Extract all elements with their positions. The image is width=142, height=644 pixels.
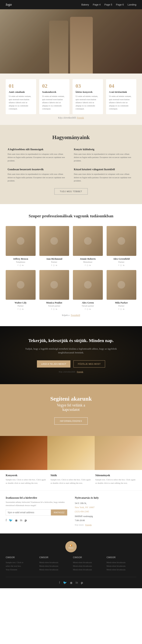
card-item: 01 Amit csinálunk Ut enim ad minim venia… (6, 79, 36, 114)
contact-section: Segíteni akarunk Vegye fel velünk a kapc… (0, 384, 142, 436)
team-member: Alex Green Társult partner f ◻ in (73, 270, 103, 310)
traditions-btn[interactable]: TUDJ MEG TÖBBET (54, 188, 88, 195)
social-icon-2[interactable]: ◻ (20, 308, 21, 310)
footer-col-item[interactable]: Menü-elem hivatkozás (73, 561, 103, 564)
pinterest-icon[interactable]: 𝗽 (25, 518, 27, 522)
cards-more-link[interactable]: Freepik (77, 116, 84, 119)
footer-col-item[interactable]: Menü-elem hivatkozás (39, 561, 69, 564)
tradition-item: Gondosan beszerzett összetevők Duis aute… (8, 168, 68, 182)
tradition-text: Duis aute irure dolor in reprehenderit i… (74, 152, 134, 162)
facebook-icon[interactable]: f (51, 264, 52, 266)
social-icon-2[interactable]: ◻ (87, 308, 88, 310)
social-icon-2[interactable]: ◻ (120, 308, 122, 310)
footer-col-title: Cimsor (107, 556, 136, 559)
team-member: Monica Pouliot Társult partner f ◻ in (39, 270, 69, 310)
logo[interactable]: logo (6, 3, 12, 6)
social-icon-2[interactable]: ◻ (87, 264, 88, 266)
linkedin-icon[interactable]: in (56, 308, 57, 310)
card-title: Ízletes kenyerek (76, 90, 100, 94)
team-photo (6, 270, 36, 300)
footer-col-item[interactable]: Menü-elem hivatkozás (107, 561, 136, 564)
footer-col-item[interactable]: Menü-elem hivatkozás (39, 568, 69, 572)
team-more-link[interactable]: Freepiktől (71, 314, 80, 316)
footer-col-item[interactable]: Menü-elem hivatkozás (73, 568, 103, 572)
nav-link[interactable]: Page 5 (104, 3, 112, 6)
linkedin-icon[interactable]: in (20, 518, 22, 522)
facebook-icon[interactable]: f (85, 264, 85, 266)
facebook-icon[interactable]: f (85, 308, 85, 310)
team-photo (6, 226, 36, 256)
footer-linkedin-icon[interactable]: in (76, 581, 78, 584)
footer-col-item[interactable]: Menü-elem hivatkozás (39, 564, 69, 568)
nav-link[interactable]: Bakery (81, 3, 89, 6)
card-number: 02 (42, 83, 67, 89)
traditions-title: Hagyományaink (8, 134, 134, 140)
nav-link[interactable]: Landing (128, 3, 136, 6)
order-now-btn[interactable]: FŐZÖLJE MEG MOST (73, 360, 105, 368)
dark-sub-link[interactable]: Freepik (77, 370, 83, 373)
social-icon-2[interactable]: ◻ (20, 264, 21, 266)
linkedin-icon[interactable]: in (123, 308, 124, 310)
footer-facebook-icon[interactable]: f (59, 581, 60, 584)
social-icon-2[interactable]: ◻ (53, 264, 55, 266)
navbar: logo BakeryPage 4Page 5Page 6Landing (0, 0, 142, 9)
facebook-icon[interactable]: f (118, 264, 119, 266)
facebook-icon[interactable]: f (6, 518, 7, 522)
linkedin-icon[interactable]: in (22, 308, 24, 310)
team-role: Partner (39, 261, 69, 263)
info-title: Nyitvatartás és hely (75, 496, 136, 500)
footer-instagram-icon[interactable]: ◉ (70, 581, 73, 584)
footer-col-item[interactable]: select the text box. (6, 564, 36, 568)
cards-more-text: Kép a következőtől: (58, 116, 76, 119)
footer-col-item[interactable]: Menü-elem hivatkozás (107, 568, 136, 572)
contact-btn[interactable]: INFORMÁLÓDERES (54, 418, 87, 424)
social-icon-2[interactable]: ◻ (53, 308, 55, 310)
info-time: 7:00-20:00 (75, 518, 136, 523)
team-social-links: f ◻ in (39, 264, 69, 266)
info-more-link[interactable]: Freepik (85, 524, 92, 526)
info-hours: Hétfőtől vasárnapig (75, 514, 136, 518)
team-photo (73, 270, 103, 300)
info-address1: 54 E 13th St, (75, 501, 136, 506)
nav-link[interactable]: Page 6 (116, 3, 124, 6)
instagram-icon[interactable]: ◉ (15, 518, 18, 522)
product-description: Kenyerek Sample text. Click to select th… (6, 474, 47, 485)
team-name: Ann Richmond (39, 257, 69, 260)
dark-section: Tekerjük, kelesztjük és sütjük. Minden n… (0, 326, 142, 384)
facebook-icon[interactable]: f (118, 308, 119, 310)
team-role: Partner (107, 304, 136, 307)
footer-col-item[interactable]: Your Element (6, 568, 36, 572)
footer-col-item[interactable]: Menü-elem hivatkozás (73, 564, 103, 568)
footer-col-item[interactable]: Menü-elem hivatkozás (107, 564, 136, 568)
footer-logo-text: Bakery (69, 547, 73, 549)
card-number: 04 (109, 83, 133, 89)
info-phone-link[interactable]: (323) 456-2345 (75, 510, 89, 513)
info-address2-link[interactable]: New York, NY 10007 (75, 506, 95, 509)
info-phone: (323) 456-2345 (75, 510, 136, 514)
social-icon-2[interactable]: ◻ (120, 264, 122, 266)
linkedin-icon[interactable]: in (56, 264, 57, 266)
footer-pinterest-icon[interactable]: 𝗽 (81, 581, 83, 584)
nav-link[interactable]: Page 4 (93, 3, 100, 6)
linkedin-icon[interactable]: in (89, 264, 91, 266)
products-images (0, 436, 142, 470)
linkedin-icon[interactable]: in (89, 308, 91, 310)
subscribe-btn[interactable]: IRATKOZZ (51, 510, 67, 516)
facebook-icon[interactable]: f (51, 308, 52, 310)
twitter-icon[interactable]: 🐦 (9, 518, 13, 522)
email-input[interactable] (6, 510, 51, 516)
linkedin-icon[interactable]: in (22, 264, 24, 266)
linkedin-icon[interactable]: in (123, 264, 124, 266)
footer-twitter-icon[interactable]: 🐦 (63, 581, 67, 584)
team-social-links: f ◻ in (6, 308, 36, 310)
footer-col-item[interactable]: Sample text. Click to (6, 561, 36, 564)
see-menu-btn[interactable]: LÁSD A TELJES MENÜT (37, 360, 70, 368)
facebook-icon[interactable]: f (18, 264, 18, 266)
facebook-icon[interactable]: f (18, 308, 18, 310)
team-role: Partner (107, 261, 136, 263)
tradition-text: Duis aute irure dolor in reprehenderit i… (74, 172, 134, 182)
product-text: Sample text. Click to select the box. Cl… (51, 478, 92, 485)
product-name: Sütik (51, 474, 92, 477)
tradition-title: Kézzel készített válogatott lisztekből (74, 168, 134, 171)
team-member: Jeffrey Brown Tulajdonos f ◻ in (6, 226, 36, 266)
